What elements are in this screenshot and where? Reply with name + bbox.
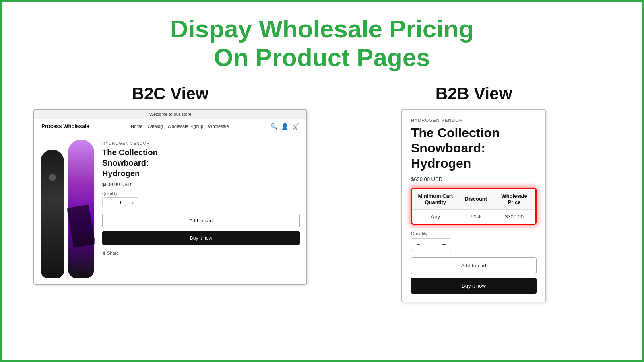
b2c-product-vendor: HYDROGEN VENDOR	[102, 141, 300, 146]
product-images	[41, 140, 94, 278]
snowboard-purple-image	[68, 140, 94, 278]
b2b-product-vendor: HYDROGEN VENDOR	[411, 118, 537, 123]
b2b-buy-it-now-button[interactable]: Buy it now	[411, 278, 537, 294]
table-header-wholesale-price: Wholesale Price	[493, 189, 535, 210]
b2c-qty-minus[interactable]: −	[103, 198, 114, 208]
snowboard-black-image	[41, 150, 64, 278]
b2c-add-to-cart-button[interactable]: Add to cart	[102, 214, 300, 228]
b2b-product-price: $600.00 USD	[411, 176, 537, 182]
nav-links: Home Catalog Wholesale Signup Wholesale	[131, 124, 229, 129]
b2b-panel: HYDROGEN VENDOR The Collection Snowboard…	[401, 109, 546, 302]
account-icon[interactable]: 👤	[281, 123, 288, 130]
browser-topbar: Welcome to our store	[34, 110, 306, 119]
store-nav: Process Wholesale Home Catalog Wholesale…	[34, 119, 306, 134]
title-line2: On Product Pages	[10, 43, 634, 72]
page-title: Dispay Wholesale Pricing On Product Page…	[2, 2, 642, 80]
table-header-min-cart: Minimum Cart Quantity	[412, 189, 459, 210]
b2c-product-info: HYDROGEN VENDOR The Collection Snowboard…	[102, 140, 300, 278]
b2b-add-to-cart-button[interactable]: Add to cart	[411, 257, 537, 274]
b2c-quantity-label: Quantity	[102, 191, 300, 196]
b2b-qty-minus[interactable]: −	[411, 239, 425, 251]
b2b-quantity-label: Quantity	[411, 231, 537, 236]
table-cell-wholesale-price: $300.00	[493, 209, 535, 224]
table-row: Any 50% $300.00	[412, 209, 535, 224]
b2c-label: B2C View	[132, 84, 209, 103]
views-container: B2C View Welcome to our store Process Wh…	[2, 84, 642, 302]
b2c-product-price: $600.00 USD	[102, 182, 300, 187]
nav-catalog[interactable]: Catalog	[147, 124, 163, 129]
b2c-buy-it-now-button[interactable]: Buy it now	[102, 231, 300, 245]
nav-home[interactable]: Home	[131, 124, 142, 129]
b2b-label: B2B View	[436, 84, 512, 103]
table-cell-discount: 50%	[459, 209, 493, 224]
b2c-quantity-control: − 1 +	[102, 197, 138, 208]
nav-wholesale-signup[interactable]: Wholesale Signup	[167, 124, 203, 129]
wholesale-pricing-table: Minimum Cart Quantity Discount Wholesale…	[412, 189, 535, 224]
b2c-section: B2C View Welcome to our store Process Wh…	[25, 84, 316, 285]
table-header-discount: Discount	[459, 189, 493, 210]
nav-wholesale[interactable]: Wholesale	[208, 124, 229, 129]
b2b-product-title: The Collection Snowboard: Hydrogen	[411, 125, 537, 171]
nav-icons: 🔍 👤 🛒	[270, 123, 299, 130]
b2b-quantity-control: − 1 +	[411, 238, 451, 251]
title-line1: Dispay Wholesale Pricing	[10, 14, 634, 43]
b2b-qty-plus[interactable]: +	[438, 239, 451, 251]
b2c-product-title: The Collection Snowboard: Hydrogen	[102, 147, 300, 179]
cart-icon[interactable]: 🛒	[292, 123, 299, 130]
b2c-browser-frame: Welcome to our store Process Wholesale H…	[33, 109, 307, 285]
b2b-section: B2B View HYDROGEN VENDOR The Collection …	[328, 84, 619, 302]
store-name: Process Wholesale	[41, 123, 89, 129]
wholesale-pricing-table-wrapper: Minimum Cart Quantity Discount Wholesale…	[411, 188, 537, 225]
b2c-qty-value: 1	[114, 200, 127, 206]
b2c-qty-plus[interactable]: +	[127, 198, 138, 208]
b2c-share-link[interactable]: ⬆ Share	[102, 251, 300, 256]
b2b-qty-value: 1	[425, 241, 437, 247]
b2c-product-area: HYDROGEN VENDOR The Collection Snowboard…	[34, 134, 306, 284]
search-icon[interactable]: 🔍	[270, 123, 277, 130]
table-cell-min-cart: Any	[412, 209, 459, 224]
